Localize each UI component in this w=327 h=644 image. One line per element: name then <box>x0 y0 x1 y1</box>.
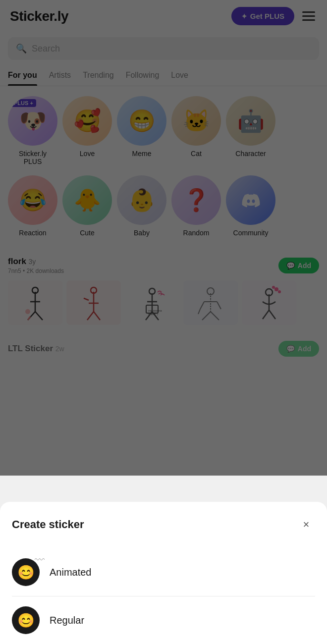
sheet-header: Create sticker × <box>12 516 315 534</box>
animated-option[interactable]: 😊 〰 Animated <box>12 548 315 596</box>
sheet-title: Create sticker <box>12 518 84 531</box>
modal-overlay[interactable] <box>0 0 327 476</box>
regular-label: Regular <box>50 615 84 626</box>
bottom-sheet: Create sticker × 😊 〰 Animated 😊 Regular <box>0 502 327 644</box>
animated-waves-icon: 〰 <box>35 554 45 566</box>
animated-icon-circle: 😊 〰 <box>12 558 40 586</box>
regular-face-icon: 😊 <box>17 612 35 629</box>
animated-label: Animated <box>50 567 92 578</box>
regular-icon-circle: 😊 <box>12 606 40 634</box>
animated-face-icon: 😊 <box>17 564 35 581</box>
regular-option[interactable]: 😊 Regular <box>12 596 315 644</box>
close-button[interactable]: × <box>297 516 315 534</box>
